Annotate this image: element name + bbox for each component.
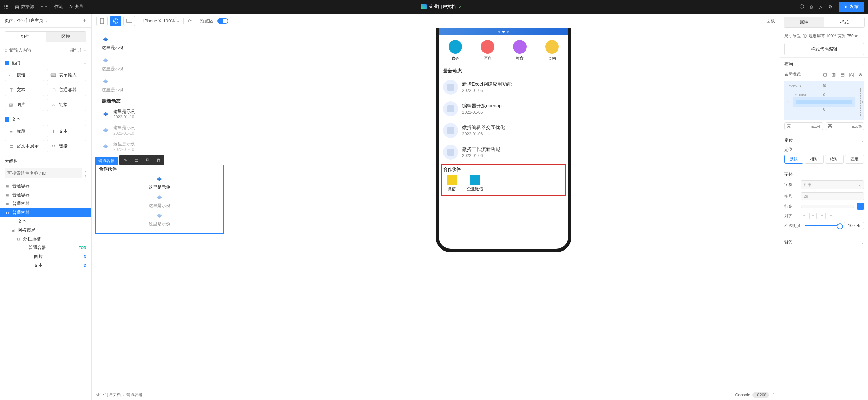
pos-relative[interactable]: 相对 xyxy=(805,155,824,164)
delete-icon[interactable]: 🗑 xyxy=(153,156,163,164)
width-input[interactable]: 宽 xyxy=(784,122,823,130)
news-item[interactable]: 新增Excel创建应用功能2022-01-06 xyxy=(439,76,568,98)
tree-row[interactable]: 文本D xyxy=(0,261,91,270)
nav-workflow[interactable]: ⚬⚬工作流 xyxy=(40,4,63,10)
device-desktop-button[interactable] xyxy=(123,16,135,26)
tree-row[interactable]: ⊞普通容器 xyxy=(0,199,91,208)
more-icon[interactable]: ⋯ xyxy=(232,18,237,23)
save-icon[interactable]: ⎙ xyxy=(810,4,813,9)
device-miniapp-button[interactable] xyxy=(110,16,121,26)
align-right-icon[interactable]: ≡ xyxy=(818,213,826,219)
pos-default[interactable]: 默认 xyxy=(784,155,803,164)
comp-container[interactable]: ▢普通容器 xyxy=(47,84,87,96)
tree-row[interactable]: ⊟网格布局 xyxy=(0,226,91,235)
font-weight-select[interactable]: 粗细⌄ xyxy=(801,180,864,189)
tree-row[interactable]: ⊟普通容器FOR xyxy=(0,243,91,252)
preview-toggle[interactable] xyxy=(217,18,228,24)
collapse-icon[interactable]: ⌄ xyxy=(861,139,864,142)
layout-row-icon[interactable]: ▥ xyxy=(830,71,837,78)
panel-label[interactable]: 面板 xyxy=(766,18,775,24)
copy-icon[interactable]: ⧉ xyxy=(142,156,152,164)
layout-col-icon[interactable]: ▤ xyxy=(839,71,846,78)
comp-link2[interactable]: ⚯链接 xyxy=(47,140,87,152)
line-height-input[interactable] xyxy=(801,205,854,208)
category-item[interactable]: 政务 xyxy=(449,40,462,61)
chevron-up-icon[interactable]: ⌃ xyxy=(772,393,775,397)
code-edit-button[interactable]: 样式代码编辑 xyxy=(784,43,864,55)
category-item[interactable]: 金融 xyxy=(545,40,559,61)
color-picker[interactable] xyxy=(857,203,864,210)
pos-fixed[interactable]: 固定 xyxy=(845,155,864,164)
tree-row[interactable]: 图片D xyxy=(0,252,91,261)
layout-block-icon[interactable]: ▢ xyxy=(821,71,829,78)
tree-row[interactable]: ⊞普通容器 xyxy=(0,182,91,191)
add-page-button[interactable]: + xyxy=(83,17,86,24)
send-icon: ➤ xyxy=(844,4,848,9)
tree-search-input[interactable] xyxy=(5,168,82,178)
box-model-editor[interactable]: 40 MARGIN 0 PADDING 0 0 0 xyxy=(784,81,864,120)
tab-blocks[interactable]: 区块 xyxy=(46,32,86,42)
align-center-icon[interactable]: ≡ xyxy=(809,213,817,219)
apps-icon[interactable] xyxy=(4,4,9,9)
layout-inline-icon[interactable]: |A| xyxy=(848,71,855,78)
font-size-input[interactable]: 28 xyxy=(801,192,864,200)
tree-row[interactable]: ⊟分栏插槽 xyxy=(0,235,91,243)
collapse-icon[interactable]: ⌄ xyxy=(861,62,864,66)
comp-link[interactable]: ⚯链接 xyxy=(47,99,87,111)
component-search-input[interactable] xyxy=(9,45,68,55)
settings-icon[interactable]: ⚙ xyxy=(828,4,832,9)
console-label[interactable]: Console xyxy=(735,393,750,397)
category-item[interactable]: 教育 xyxy=(513,40,527,61)
opacity-value[interactable]: 100 % xyxy=(844,222,864,229)
category-hot[interactable]: 热门 ⌄ xyxy=(0,57,91,69)
nav-variable[interactable]: fx变量 xyxy=(69,4,83,10)
comp-form-input[interactable]: ⌨表单输入 xyxy=(47,69,87,81)
height-input[interactable]: 高 xyxy=(826,122,864,130)
breadcrumb-item[interactable]: 普通容器 xyxy=(126,392,142,398)
align-left-icon[interactable]: ≡ xyxy=(801,213,808,219)
collapse-icon[interactable]: ⌄ xyxy=(861,172,864,176)
refresh-icon[interactable]: ⟳ xyxy=(188,18,192,23)
comp-image[interactable]: ▨图片 xyxy=(5,99,44,111)
tree-row[interactable]: 文本 xyxy=(0,217,91,226)
play-icon[interactable]: ▷ xyxy=(819,4,822,9)
tab-props[interactable]: 属性 xyxy=(784,17,824,27)
category-text[interactable]: 文本 ⌄ xyxy=(0,114,91,125)
align-justify-icon[interactable]: ≡ xyxy=(827,213,834,219)
tree-row[interactable]: ⊟普通容器 xyxy=(0,208,91,217)
info-icon[interactable]: ⓘ xyxy=(803,33,807,39)
partner-item[interactable]: 微信 xyxy=(447,175,457,192)
input-icon: ⌨ xyxy=(51,72,56,78)
help-icon[interactable]: ⓘ xyxy=(800,4,804,10)
category-item[interactable]: 医疗 xyxy=(481,40,494,61)
tree-row[interactable]: ⊞普通容器 xyxy=(0,191,91,199)
tab-styles[interactable]: 样式 xyxy=(824,17,865,27)
opacity-slider[interactable] xyxy=(805,225,841,226)
edit-icon[interactable]: ✎ xyxy=(121,156,130,164)
pos-absolute[interactable]: 绝对 xyxy=(825,155,844,164)
device-zoom-select[interactable]: iPhone X 100% ⌄ xyxy=(143,18,179,23)
news-item[interactable]: 微搭编辑器交互优化2022-01-06 xyxy=(439,120,568,141)
breadcrumb-item[interactable]: 企业门户文档 xyxy=(96,392,121,398)
comp-text2[interactable]: T文本 xyxy=(47,125,87,137)
news-item[interactable]: 编辑器开放openapi2022-01-06 xyxy=(439,98,568,120)
comp-richtext[interactable]: ≣富文本展示 xyxy=(5,140,44,152)
library-selector[interactable]: 组件库 ⌄ xyxy=(70,47,86,53)
page-selector[interactable]: 页面: 企业门户主页 ⌄ xyxy=(5,18,48,24)
comp-text[interactable]: T文本 xyxy=(5,84,44,96)
news-item[interactable]: 微搭工作流新功能2022-01-06 xyxy=(439,141,568,163)
carousel-dots[interactable] xyxy=(498,31,509,33)
layout-hidden-icon[interactable]: ⊘ xyxy=(856,71,864,78)
comp-title[interactable]: ≡标题 xyxy=(5,125,44,137)
slot-icon[interactable]: ▤ xyxy=(132,156,141,164)
nav-datasource[interactable]: ▤数据源 xyxy=(15,4,34,10)
device-mobile-button[interactable] xyxy=(96,16,108,26)
publish-button[interactable]: ➤ 发布 xyxy=(839,2,864,12)
svg-point-3 xyxy=(4,6,5,7)
partner-item[interactable]: 企业微信 xyxy=(467,175,483,192)
tree-nav-arrows[interactable]: ▴▾ xyxy=(85,169,86,177)
comp-button[interactable]: ▭按钮 xyxy=(5,69,44,81)
tab-components[interactable]: 组件 xyxy=(5,32,46,42)
collapse-icon[interactable]: ⌄ xyxy=(861,241,864,244)
selected-container[interactable]: 普通容器 ✎ ▤ ⧉ 🗑 合作伙伴 这里是示例 这里是示例 这里是示例 xyxy=(95,165,224,234)
